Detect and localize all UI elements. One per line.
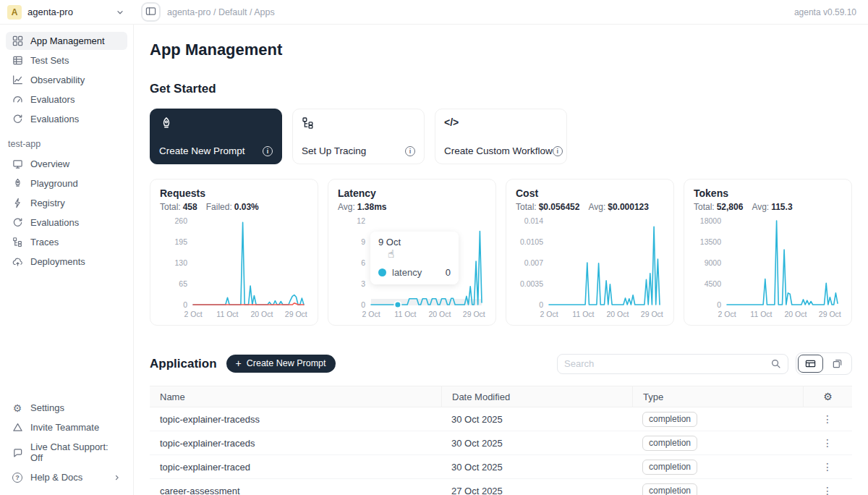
info-icon[interactable]: i [553, 145, 563, 156]
table-row[interactable]: topic-explainer-traced 30 Oct 2025 compl… [150, 455, 852, 479]
svg-text:29 Oct: 29 Oct [819, 310, 841, 318]
svg-text:29 Oct: 29 Oct [463, 310, 485, 318]
chevron-right-icon [113, 473, 122, 482]
svg-text:2 Oct: 2 Oct [718, 310, 736, 318]
date-modified: 27 Oct 2025 [441, 486, 632, 495]
chevron-down-icon [115, 7, 125, 17]
set-up-tracing-card[interactable]: Set Up Tracing i [292, 109, 425, 164]
sidebar-item-label: Live Chat Support: Off [30, 441, 122, 463]
svg-text:0.014: 0.014 [524, 216, 543, 225]
stat-total: Total:52,806 [694, 202, 743, 212]
card-view-button[interactable] [825, 355, 850, 373]
sidebar-item-evaluations[interactable]: Evaluations [6, 110, 127, 128]
date-modified: 30 Oct 2025 [441, 414, 632, 425]
header-name[interactable]: Name [150, 386, 441, 407]
info-icon[interactable]: i [405, 145, 415, 156]
svg-text:4500: 4500 [705, 279, 722, 288]
svg-text:3: 3 [361, 279, 365, 288]
svg-text:11 Oct: 11 Oct [216, 310, 238, 318]
type-badge: completion [642, 483, 697, 495]
tree-icon [302, 117, 415, 132]
row-menu-button[interactable]: ⋮ [803, 413, 852, 425]
svg-text:20 Oct: 20 Oct [250, 310, 273, 318]
svg-text:20 Oct: 20 Oct [606, 310, 629, 318]
stat-avg: Avg:$0.000123 [588, 202, 649, 212]
cost-chart[interactable]: 00.00350.0070.01050.0142 Oct11 Oct20 Oct… [516, 213, 664, 322]
table-view-icon [805, 358, 816, 369]
page-title: App Management [150, 41, 852, 59]
create-new-prompt-card[interactable]: Create New Prompt i [150, 109, 282, 164]
metrics-row: Requests Total:458 Failed:0.03% 06513019… [150, 179, 852, 326]
stat-failed: Failed:0.03% [206, 202, 259, 212]
table-header: Name Date Modified Type ⚙ [150, 386, 852, 407]
table-row[interactable]: career-assessment 27 Oct 2025 completion… [150, 479, 852, 495]
sidebar-item-evaluators[interactable]: Evaluators [6, 90, 127, 109]
svg-text:0: 0 [361, 300, 365, 309]
rocket-icon [159, 117, 273, 133]
chart-title: Requests [160, 187, 308, 199]
sidebar-item-test-sets[interactable]: Test Sets [6, 51, 127, 69]
column-settings-button[interactable]: ⚙ [803, 386, 852, 407]
card-label: Set Up Tracing [302, 145, 366, 156]
gauge-icon [12, 94, 23, 105]
cycle-icon [12, 114, 23, 124]
row-menu-button[interactable]: ⋮ [803, 461, 852, 473]
main-content: App Management Get Started Create New Pr… [134, 25, 868, 495]
sidebar-item-observability[interactable]: Observability [6, 71, 127, 89]
svg-text:11 Oct: 11 Oct [750, 310, 772, 318]
svg-text:20 Oct: 20 Oct [428, 310, 451, 318]
breadcrumb[interactable]: agenta-pro / Default / Apps [167, 7, 275, 17]
sidebar-item-traces[interactable]: Traces [6, 233, 127, 251]
requests-chart-card: Requests Total:458 Failed:0.03% 06513019… [150, 179, 318, 326]
chart-title: Tokens [694, 187, 842, 199]
sidebar-item-registry[interactable]: Registry [6, 194, 127, 212]
sidebar-toggle-button[interactable] [141, 2, 161, 22]
cloud-upload-icon [12, 256, 23, 267]
workspace-selector[interactable]: A agenta-pro [0, 5, 134, 20]
create-new-prompt-button[interactable]: + Create New Prompt [226, 355, 336, 373]
sidebar-item-label: Evaluators [30, 94, 75, 105]
create-custom-workflow-card[interactable]: </> Create Custom Workflow i [435, 109, 567, 164]
sidebar-item-deployments[interactable]: Deployments [6, 253, 127, 271]
info-icon[interactable]: i [263, 145, 273, 156]
table-row[interactable]: topic-explainer-tracedss 30 Oct 2025 com… [150, 407, 852, 431]
svg-text:6: 6 [361, 258, 365, 267]
tokens-chart[interactable]: 04500900013500180002 Oct11 Oct20 Oct29 O… [694, 213, 842, 322]
card-view-icon [832, 358, 843, 369]
svg-text:13500: 13500 [700, 237, 721, 246]
sidebar-item-help-docs[interactable]: ? Help & Docs [6, 468, 127, 486]
header-date-modified[interactable]: Date Modified [441, 386, 632, 407]
table-view-button[interactable] [798, 355, 823, 373]
svg-text:0.0035: 0.0035 [520, 279, 543, 288]
sidebar-item-playground[interactable]: Playground [6, 174, 127, 192]
svg-text:0.007: 0.007 [524, 258, 543, 267]
sidebar-item-label: Invite Teammate [30, 422, 99, 433]
requests-chart[interactable]: 0651301952602 Oct11 Oct20 Oct29 Oct [160, 213, 308, 322]
sidebar-item-live-chat[interactable]: Live Chat Support: Off [6, 438, 127, 467]
stat-total: Total:$0.056452 [516, 202, 579, 212]
sidebar-item-invite-teammate[interactable]: Invite Teammate [6, 418, 127, 436]
sidebar-item-app-management[interactable]: App Management [6, 32, 127, 50]
chart-tooltip: 9 Oct ☝ latency 0 [370, 232, 459, 284]
search-input[interactable] [564, 358, 770, 369]
row-menu-button[interactable]: ⋮ [803, 437, 852, 449]
sidebar-item-label: Help & Docs [30, 472, 82, 483]
search-icon[interactable] [770, 358, 781, 369]
sidebar-item-settings[interactable]: ⚙ Settings [6, 399, 127, 417]
app-name: topic-explainer-traceds [150, 438, 441, 449]
svg-text:195: 195 [174, 237, 187, 246]
type-badge: completion [642, 436, 697, 451]
table-row[interactable]: topic-explainer-traceds 30 Oct 2025 comp… [150, 431, 852, 455]
sidebar-item-label: Traces [30, 237, 59, 248]
header-type[interactable]: Type [632, 386, 803, 407]
svg-text:29 Oct: 29 Oct [641, 310, 663, 318]
row-menu-button[interactable]: ⋮ [803, 485, 852, 495]
svg-text:65: 65 [179, 279, 187, 288]
svg-text:2 Oct: 2 Oct [184, 310, 202, 318]
sidebar-item-overview[interactable]: Overview [6, 155, 127, 173]
sidebar-item-evaluations-app[interactable]: Evaluations [6, 213, 127, 232]
sidebar-item-label: App Management [30, 35, 105, 46]
stat-avg: Avg:1.38ms [338, 202, 387, 212]
sidebar-item-label: Evaluations [30, 217, 79, 228]
legend-dot [378, 268, 386, 276]
